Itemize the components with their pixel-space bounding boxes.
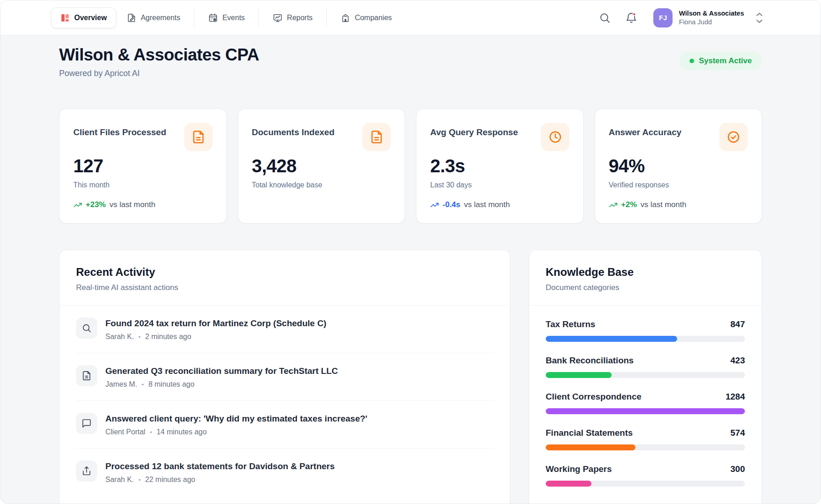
stat-value: 127 bbox=[73, 156, 213, 176]
user-name: Fiona Judd bbox=[679, 18, 744, 26]
knowledge-base-panel: Knowledge Base Document categories Tax R… bbox=[529, 250, 762, 504]
separator: • bbox=[138, 477, 141, 483]
activity-meta: Sarah K. • 22 minutes ago bbox=[105, 476, 335, 484]
progress-fill bbox=[546, 372, 612, 378]
tab-reports[interactable]: Reports bbox=[266, 7, 319, 28]
top-navigation: Overview Agreements bbox=[0, 0, 821, 35]
activity-row-text: Answered client query: 'Why did my estim… bbox=[105, 413, 367, 436]
activity-row: Generated Q3 reconciliation summary for … bbox=[76, 353, 493, 401]
tab-label: Reports bbox=[287, 14, 312, 22]
stat-trend: +23% vs last month bbox=[73, 200, 213, 209]
search-button[interactable] bbox=[596, 9, 614, 27]
search-icon bbox=[599, 12, 611, 24]
tab-overview[interactable]: Overview bbox=[51, 7, 116, 28]
tab-label: Overview bbox=[74, 14, 107, 22]
trending-up-icon bbox=[73, 201, 82, 209]
kb-category-working-papers: Working Papers 300 bbox=[546, 450, 745, 487]
trend-label: vs last month bbox=[464, 200, 510, 209]
kb-count: 1284 bbox=[726, 392, 745, 402]
check-circle-icon bbox=[719, 123, 748, 151]
nav-divider bbox=[326, 9, 327, 27]
primary-nav: Overview Agreements bbox=[51, 7, 398, 28]
status-label: System Active bbox=[699, 56, 752, 66]
user-org: Wilson & Associates bbox=[679, 10, 744, 17]
activity-author: Client Portal bbox=[105, 428, 145, 436]
activity-meta: James M. • 8 minutes ago bbox=[105, 380, 338, 389]
stat-sub: Verified responses bbox=[609, 181, 748, 189]
separator: • bbox=[142, 381, 144, 388]
trending-up-icon bbox=[430, 201, 439, 209]
panel-subtitle: Document categories bbox=[546, 283, 745, 292]
trend-label: vs last month bbox=[640, 200, 686, 209]
tab-label: Agreements bbox=[141, 14, 180, 22]
panel-subtitle: Real-time AI assistant actions bbox=[76, 283, 493, 292]
stat-card-answer-accuracy: Answer Accuracy 94% Verified responses +… bbox=[595, 109, 762, 224]
notification-dot bbox=[633, 13, 635, 16]
kb-count: 300 bbox=[730, 464, 745, 474]
stat-cards: Client Files Processed 127 This month +2… bbox=[59, 109, 762, 224]
stat-label: Documents Indexed bbox=[252, 127, 335, 137]
kb-label: Bank Reconciliations bbox=[546, 356, 634, 366]
page-subtitle: Powered by Apricot AI bbox=[59, 69, 259, 78]
kb-count: 847 bbox=[730, 319, 745, 329]
activity-time: 2 minutes ago bbox=[145, 333, 192, 341]
recent-activity-panel: Recent Activity Real-time AI assistant a… bbox=[59, 250, 510, 504]
kb-label: Tax Returns bbox=[546, 319, 595, 329]
activity-row: Found 2024 tax return for Martinez Corp … bbox=[76, 306, 493, 353]
activity-text: Answered client query: 'Why did my estim… bbox=[105, 413, 367, 424]
trend-value: +23% bbox=[86, 200, 106, 209]
chevron-up-icon bbox=[756, 12, 763, 16]
activity-meta: Client Portal • 14 minutes ago bbox=[105, 428, 367, 436]
user-menu[interactable]: FJ Wilson & Associates Fiona Judd bbox=[653, 8, 763, 27]
trend-value: +2% bbox=[621, 200, 637, 209]
kb-count: 423 bbox=[730, 356, 745, 366]
page-header-text: Wilson & Associates CPA Powered by Apric… bbox=[59, 45, 259, 78]
kb-label: Financial Statements bbox=[546, 428, 633, 438]
file-text-icon bbox=[362, 123, 391, 151]
separator: • bbox=[138, 334, 141, 340]
bottom-panels: Recent Activity Real-time AI assistant a… bbox=[59, 250, 762, 504]
activity-time: 8 minutes ago bbox=[148, 380, 195, 389]
activity-author: James M. bbox=[105, 380, 137, 389]
file-text-icon bbox=[184, 123, 213, 151]
clock-icon bbox=[541, 123, 569, 151]
progress-fill bbox=[546, 444, 635, 450]
activity-row-text: Processed 12 bank statements for Davidso… bbox=[105, 460, 335, 484]
trend-label: vs last month bbox=[109, 200, 155, 209]
bell-icon bbox=[625, 12, 637, 24]
chevron-down-icon bbox=[756, 19, 763, 23]
calendar-icon bbox=[208, 13, 218, 23]
trending-up-icon bbox=[609, 201, 618, 209]
stat-card-documents-indexed: Documents Indexed 3,428 Total knowledge … bbox=[238, 109, 405, 224]
chat-icon bbox=[76, 413, 97, 434]
stat-label: Answer Accuracy bbox=[609, 127, 682, 137]
tab-events[interactable]: Events bbox=[202, 7, 251, 28]
nav-divider bbox=[194, 9, 194, 27]
tab-companies[interactable]: Companies bbox=[334, 7, 398, 28]
kb-label: Working Papers bbox=[546, 464, 612, 474]
activity-row: Processed 12 bank statements for Davidso… bbox=[76, 449, 493, 496]
stat-sub: This month bbox=[73, 181, 213, 189]
activity-author: Sarah K. bbox=[105, 476, 134, 484]
notifications-button[interactable] bbox=[622, 9, 640, 27]
stat-value: 3,428 bbox=[252, 156, 391, 176]
stat-card-query-response: Avg Query Response 2.3s Last 30 days -0.… bbox=[416, 109, 584, 224]
building-icon bbox=[340, 13, 350, 23]
stat-card-client-files: Client Files Processed 127 This month +2… bbox=[59, 109, 227, 224]
tab-agreements[interactable]: Agreements bbox=[120, 7, 186, 28]
dashboard-icon bbox=[60, 13, 70, 22]
stat-sub: Total knowledge base bbox=[252, 181, 391, 189]
nav-divider bbox=[258, 9, 259, 27]
activity-row-text: Generated Q3 reconciliation summary for … bbox=[105, 365, 338, 389]
panel-title: Recent Activity bbox=[76, 266, 493, 279]
activity-row-text: Found 2024 tax return for Martinez Corp … bbox=[105, 318, 326, 341]
progress-track bbox=[546, 408, 745, 414]
progress-fill bbox=[546, 481, 591, 487]
kb-label: Client Correspondence bbox=[546, 392, 641, 402]
activity-time: 22 minutes ago bbox=[145, 476, 195, 484]
status-dot-icon bbox=[690, 59, 694, 63]
stat-label: Client Files Processed bbox=[73, 127, 166, 137]
user-names: Wilson & Associates Fiona Judd bbox=[679, 10, 744, 26]
stat-sub: Last 30 days bbox=[430, 181, 569, 189]
stat-label: Avg Query Response bbox=[430, 127, 518, 137]
